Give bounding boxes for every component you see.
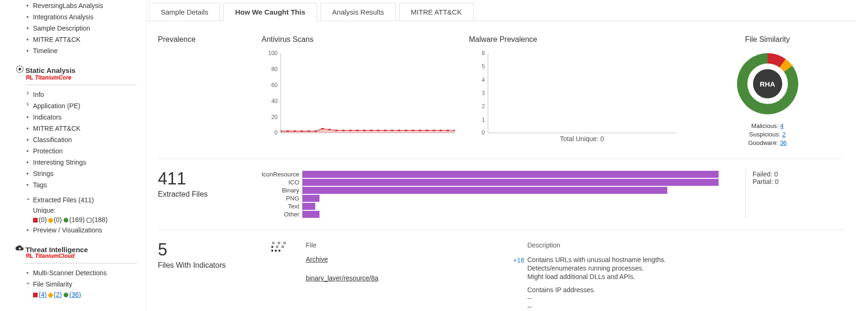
link-goodware[interactable]: 36 — [780, 139, 786, 146]
indicators-label: Files With Indicators — [158, 261, 247, 270]
square-red-icon — [33, 218, 38, 223]
svg-point-23 — [418, 129, 422, 131]
divider — [25, 263, 137, 263]
diamond-orange-icon — [48, 217, 54, 223]
svg-point-13 — [349, 129, 352, 131]
circle-green-icon — [64, 293, 68, 297]
link-suspicious[interactable]: 2 — [782, 131, 786, 138]
sidebar-item[interactable]: Integrations Analysis — [14, 11, 137, 23]
svg-point-19 — [391, 129, 394, 131]
svg-point-27 — [446, 129, 450, 131]
section-static-analysis[interactable]: Static Analysis — [14, 62, 137, 75]
indicators-summary: 5 Files With Indicators — [158, 241, 247, 311]
donut-center-label: RHA — [753, 69, 782, 98]
tab-bar: Sample Details How We Caught This Analys… — [146, 0, 856, 21]
bar-row: ICO — [262, 178, 731, 186]
sidebar-item-mitre[interactable]: MITRE ATT&CK — [14, 123, 137, 134]
section-title: Threat Intelligence — [25, 246, 88, 254]
bar-label: IconResource — [262, 171, 302, 178]
divider — [158, 230, 844, 230]
description-header: Description — [527, 241, 844, 249]
section-threat-intel[interactable]: Threat Intelligence — [14, 242, 137, 254]
svg-point-16 — [370, 129, 373, 131]
svg-point-24 — [426, 129, 429, 131]
square-red-icon — [33, 293, 38, 297]
svg-point-7 — [307, 130, 311, 132]
sidebar-item-extracted-files[interactable]: Extracted Files (411) — [14, 194, 137, 206]
unique-label: Unique: — [14, 206, 137, 215]
indicators-file-col: File Archive binary_layer/resource/8a — [306, 241, 504, 311]
svg-point-11 — [335, 129, 338, 131]
sidebar: ReversingLabs Analysis Integrations Anal… — [0, 0, 146, 311]
svg-point-8 — [314, 130, 317, 132]
svg-point-6 — [300, 130, 303, 132]
sidebar-item-classification[interactable]: Classification — [14, 134, 137, 145]
malware-prevalence-chart: 6 5 4 3 2 1 0 — [469, 53, 676, 133]
sidebar-item[interactable]: MITRE ATT&CK — [14, 34, 137, 45]
sidebar-item-protection[interactable]: Protection — [14, 145, 137, 157]
svg-marker-2 — [281, 129, 455, 133]
sidebar-item[interactable]: ReversingLabs Analysis — [14, 0, 137, 11]
svg-point-15 — [363, 129, 366, 131]
sidebar-item-indicators[interactable]: Indicators — [14, 112, 137, 123]
svg-point-21 — [404, 129, 408, 131]
sidebar-item[interactable]: Sample Description — [14, 23, 137, 34]
extracted-status: Failed: 0 Partial: 0 — [745, 170, 844, 218]
section-subtitle: RL TitaniumCore — [14, 74, 137, 81]
main-panel: Sample Details How We Caught This Analys… — [146, 0, 868, 311]
svg-point-1 — [18, 68, 21, 70]
antivirus-chart: 100 80 60 40 20 0 — [262, 53, 455, 133]
sidebar-item-strings[interactable]: Strings — [14, 168, 137, 179]
svg-point-25 — [432, 129, 435, 131]
extracted-label: Extracted Files — [158, 190, 247, 199]
bar-label: ICO — [262, 179, 302, 186]
cloud-icon — [14, 245, 25, 254]
antivirus-title: Antivirus Scans — [262, 35, 455, 44]
extracted-count: 411 — [158, 170, 247, 187]
sidebar-item-preview[interactable]: Preview / Visualizations — [14, 224, 137, 236]
svg-point-18 — [384, 129, 387, 131]
partial-line: Partial: 0 — [753, 178, 844, 185]
tab-analysis-results[interactable]: Analysis Results — [320, 3, 396, 21]
tab-sample-details[interactable]: Sample Details — [149, 3, 220, 21]
svg-point-4 — [286, 130, 289, 132]
tab-how-we-caught[interactable]: How We Caught This — [223, 3, 317, 21]
failed-line: Failed: 0 — [753, 170, 844, 178]
malware-prevalence-title: Malware Prevalence — [469, 35, 676, 44]
square-open-icon — [87, 218, 91, 223]
svg-point-20 — [398, 129, 401, 131]
section-subtitle: RL TitaniumCloud — [14, 253, 137, 259]
sidebar-item-application[interactable]: Application (PE) — [14, 100, 137, 112]
sidebar-item-info[interactable]: Info — [14, 89, 137, 100]
file-link[interactable]: Archive — [306, 255, 504, 263]
sidebar-item[interactable]: Timeline — [14, 45, 137, 56]
sidebar-top-list: ReversingLabs Analysis Integrations Anal… — [14, 0, 137, 56]
bar-label: Text — [262, 203, 302, 210]
static-list: Info Application (PE) Indicators MITRE A… — [14, 89, 137, 191]
svg-point-10 — [328, 129, 331, 130]
divider — [158, 159, 844, 159]
divider — [25, 85, 137, 85]
link-malicious[interactable]: 4 — [780, 122, 784, 129]
extracted-bar-chart: IconResourceICOBinaryPNGTextOther — [262, 170, 731, 218]
svg-point-22 — [411, 129, 415, 131]
diamond-orange-icon — [48, 292, 54, 298]
svg-point-26 — [439, 129, 442, 131]
bar-row: Binary — [262, 186, 731, 194]
bar-label: Binary — [262, 187, 302, 194]
file-similarity-title: File Similarity — [690, 35, 844, 44]
sidebar-item-file-similarity[interactable]: File Similarity — [14, 279, 137, 290]
sidebar-item-interesting-strings[interactable]: Interesting Strings — [14, 157, 137, 168]
section-title: Static Analysis — [25, 66, 75, 74]
bar-label: Other — [262, 211, 302, 218]
sidebar-item-multiscanner[interactable]: Multi-Scanner Detections — [14, 267, 137, 279]
indicators-desc-col: Description +16 Contains URLs with unusu… — [527, 241, 844, 311]
file-similarity-cell: File Similarity RHA Malicious: 4 Suspici… — [690, 35, 844, 147]
file-link[interactable]: binary_layer/resource/8a — [306, 274, 504, 282]
svg-point-5 — [293, 130, 296, 132]
sidebar-item-tags[interactable]: Tags — [14, 179, 137, 191]
target-icon — [14, 65, 25, 75]
expand-more-link[interactable]: +16 — [513, 256, 524, 264]
tab-mitre[interactable]: MITRE ATT&CK — [399, 3, 474, 21]
bar-row: Text — [262, 202, 731, 210]
